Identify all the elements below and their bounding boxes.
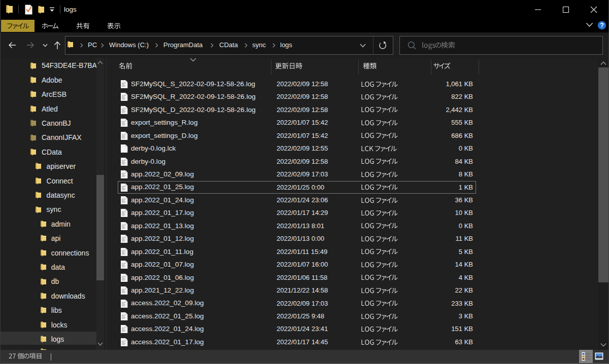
svg-text:?: ? bbox=[600, 22, 604, 29]
